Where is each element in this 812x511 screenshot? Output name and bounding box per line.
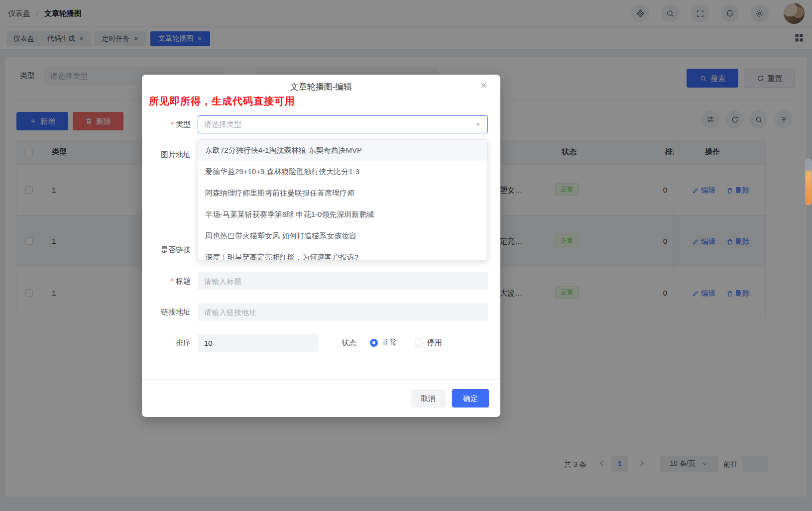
field-label-type: *类型 xyxy=(142,120,191,129)
field-label-status: 状态 xyxy=(328,338,356,348)
scrollbar-thumb[interactable] xyxy=(806,159,812,205)
field-label-sort: 排序 xyxy=(142,338,191,348)
type-dropdown-panel: 东欧72分独行侠4-1淘汰森林狼 东契奇西决MVP 爱德华兹29+10+9 森林… xyxy=(198,139,488,260)
radio-label: 正常 xyxy=(382,338,397,347)
dialog-title: 文章轮播图-编辑 xyxy=(142,81,500,93)
dropdown-option[interactable]: 半场-马莱莱斩获赛季第6球 申花1-0领先深圳新鹏城 xyxy=(198,204,487,225)
dropdown-option[interactable]: 阿森纳理疗师里斯将前往曼联担任首席理疗师 xyxy=(198,183,487,204)
radio-unselected-icon xyxy=(415,339,423,347)
type-select[interactable]: 请选择类型 xyxy=(198,115,488,133)
confirm-button[interactable]: 确定 xyxy=(452,389,489,408)
status-radio-disabled[interactable]: 停用 xyxy=(415,338,442,347)
required-asterisk: * xyxy=(171,120,174,128)
edit-dialog: 文章轮播图-编辑 所见即所得，生成代码直接可用 *类型 请选择类型 图片地址 是… xyxy=(142,75,500,417)
url-input[interactable] xyxy=(198,303,488,321)
close-icon xyxy=(479,81,488,90)
radio-selected-icon xyxy=(370,339,378,347)
field-label-title: *标题 xyxy=(142,277,191,286)
cancel-button-label: 取消 xyxy=(421,395,436,402)
dialog-footer-divider xyxy=(142,379,500,380)
field-label-image-url: 图片地址 xyxy=(142,150,191,160)
title-input[interactable] xyxy=(198,272,488,290)
cancel-button[interactable]: 取消 xyxy=(411,389,446,408)
dropdown-option[interactable]: 爱德华兹29+10+9 森林狼险胜独行侠大比分1-3 xyxy=(198,161,487,183)
status-radio-normal[interactable]: 正常 xyxy=(370,338,397,347)
wysiwyg-annotation: 所见即所得，生成代码直接可用 xyxy=(149,95,295,108)
type-select-placeholder: 请选择类型 xyxy=(204,120,241,129)
field-label-is-link: 是否链接 xyxy=(142,245,191,255)
chevron-up-icon xyxy=(474,121,481,128)
dropdown-option[interactable]: 周也热巴带火猫塑女风 如何打造猫系女孩妆容 xyxy=(198,225,487,247)
dialog-close-button[interactable] xyxy=(479,81,488,90)
confirm-button-label: 确定 xyxy=(463,395,478,402)
required-asterisk: * xyxy=(171,277,174,285)
dropdown-option[interactable]: 深度｜明星穿高定亮相红毯，为何遭客户投诉? xyxy=(198,247,487,260)
app-window: 仪表盘 / 文章轮播图 xyxy=(0,0,812,511)
sort-input[interactable] xyxy=(198,334,319,352)
field-label-url: 链接地址 xyxy=(142,307,191,317)
dropdown-option[interactable]: 东欧72分独行侠4-1淘汰森林狼 东契奇西决MVP xyxy=(198,140,487,161)
radio-label: 停用 xyxy=(427,338,442,347)
